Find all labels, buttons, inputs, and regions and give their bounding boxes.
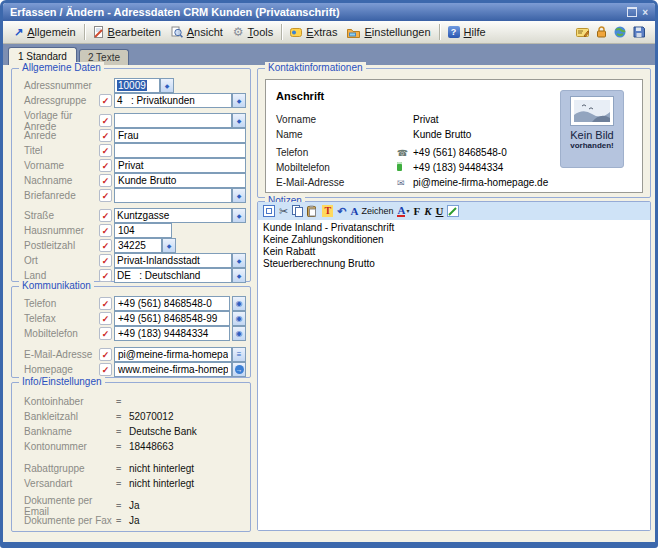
dial-telefax-button[interactable]: ◉ <box>232 311 246 326</box>
mobiltelefon-input[interactable] <box>114 326 230 341</box>
dropdown-caret-icon: ▾ <box>406 208 409 214</box>
telefax-input[interactable] <box>114 311 230 326</box>
cut-button[interactable]: ✂ <box>279 206 288 217</box>
check-icon[interactable]: ✓ <box>99 144 112 157</box>
edit-note-button[interactable] <box>447 205 459 217</box>
briefanrede-select[interactable] <box>114 188 232 203</box>
email-input[interactable] <box>114 347 232 362</box>
address-card-icon[interactable] <box>576 27 589 38</box>
check-icon[interactable]: ✓ <box>99 363 112 376</box>
strasse-dropdown-button[interactable]: ◆ <box>232 208 246 223</box>
adressnummer-spinner[interactable]: ◆ <box>160 78 174 93</box>
adressgruppe-select[interactable]: 4 : Privatkunden <box>114 93 232 108</box>
info-row-versandart: Versandart = nicht hinterlegt <box>12 476 250 491</box>
check-icon[interactable]: ✓ <box>99 254 112 267</box>
notes-textarea[interactable]: Kunde Inland - Privatanschrift Keine Zah… <box>258 220 650 530</box>
anrede-input[interactable] <box>114 128 246 143</box>
edit-note-icon <box>447 205 459 217</box>
italic-button[interactable]: K <box>424 206 431 217</box>
menu-extras[interactable]: Extras <box>285 24 342 40</box>
adressgruppe-dropdown-button[interactable]: ◆ <box>232 93 246 108</box>
check-icon[interactable]: ✓ <box>99 174 112 187</box>
paste-icon <box>307 205 318 217</box>
character-button[interactable]: A <box>350 206 358 217</box>
dial-icon: ◉ <box>236 314 243 323</box>
check-icon[interactable]: ✓ <box>99 297 112 310</box>
globe-icon[interactable] <box>614 26 626 38</box>
paste-button[interactable] <box>307 205 318 217</box>
check-icon[interactable]: ✓ <box>99 189 112 202</box>
menu-tools[interactable]: ⚙ Tools <box>228 24 278 40</box>
check-icon[interactable]: ✓ <box>99 114 112 127</box>
vorlage-anrede-select[interactable] <box>114 113 232 128</box>
postleitzahl-input[interactable] <box>114 238 162 253</box>
check-icon[interactable]: ✓ <box>99 269 112 282</box>
restore-button[interactable] <box>627 7 637 17</box>
titel-input[interactable] <box>114 143 246 158</box>
titlebar[interactable]: Erfassen / Ändern - Adressdaten CRM Kund… <box>3 3 655 21</box>
check-icon[interactable]: ✓ <box>99 159 112 172</box>
underline-button[interactable]: U <box>435 206 443 217</box>
open-homepage-button[interactable]: → <box>232 362 246 377</box>
check-icon[interactable]: ✓ <box>99 239 112 252</box>
group-title: Allgemeine Daten <box>19 62 104 73</box>
check-icon[interactable]: ✓ <box>99 224 112 237</box>
check-icon[interactable]: ✓ <box>99 312 112 325</box>
copy-button[interactable] <box>292 205 303 217</box>
group-info-einstellungen: Info/Einstellungen Kontoinhaber = Bankle… <box>11 382 251 532</box>
window-title: Erfassen / Ändern - Adressdaten CRM Kund… <box>10 6 340 18</box>
equals-icon: = <box>116 427 129 437</box>
gear-icon: ⚙ <box>233 26 244 38</box>
dial-mobil-button[interactable]: ◉ <box>232 326 246 341</box>
check-icon[interactable]: ✓ <box>99 327 112 340</box>
vorlage-anrede-dropdown-button[interactable]: ◆ <box>232 113 246 128</box>
check-icon[interactable]: ✓ <box>99 209 112 222</box>
close-button[interactable]: × <box>642 7 648 18</box>
info-row-kontoinhaber: Kontoinhaber = <box>12 394 250 409</box>
undo-button[interactable]: ↶ <box>337 206 346 217</box>
vorname-input[interactable] <box>114 158 246 173</box>
land-dropdown-button[interactable]: ◆ <box>232 268 246 283</box>
check-icon[interactable]: ✓ <box>99 94 112 107</box>
expand-icon <box>266 208 272 214</box>
ort-select[interactable]: Privat-Inlandsstadt <box>114 253 232 268</box>
equals-icon: = <box>116 464 129 474</box>
briefanrede-dropdown-button[interactable]: ◆ <box>232 188 246 203</box>
compose-email-button[interactable]: ≡ <box>232 347 246 362</box>
notes-toolbar: ✂ T ↶ A Zeichen A▾ F K U <box>258 202 650 221</box>
help-icon: ? <box>448 26 460 38</box>
menu-hilfe[interactable]: ? Hilfe <box>443 24 491 40</box>
strasse-select[interactable]: Kuntzgasse <box>114 208 232 223</box>
adressnummer-input[interactable]: 10009 <box>114 78 160 93</box>
equals-icon: = <box>116 397 129 407</box>
bold-button[interactable]: F <box>413 206 420 217</box>
telefon-input[interactable] <box>114 296 230 311</box>
row-nachname: Nachname ✓ <box>12 173 250 188</box>
menu-separator <box>281 24 282 40</box>
go-arrow-icon: → <box>235 365 244 374</box>
menu-ansicht[interactable]: Ansicht <box>166 24 228 40</box>
lock-icon[interactable] <box>596 26 607 38</box>
menu-allgemein[interactable]: ↗ Allgemein <box>9 24 81 40</box>
menu-bearbeiten[interactable]: Bearbeiten <box>88 24 166 40</box>
kontakt-row-telefon: Telefon ☎ +49 (561) 8468548-0 <box>276 146 507 159</box>
dial-telefon-button[interactable]: ◉ <box>232 296 246 311</box>
check-icon[interactable]: ✓ <box>99 348 112 361</box>
homepage-input[interactable] <box>114 362 232 377</box>
land-select[interactable]: DE : Deutschland <box>114 268 232 283</box>
dial-icon: ◉ <box>236 299 243 308</box>
nachname-input[interactable] <box>114 173 246 188</box>
equals-icon: = <box>116 412 129 422</box>
equals-icon: = <box>116 516 129 526</box>
postleitzahl-spinner[interactable]: ◆ <box>162 238 176 253</box>
save-icon[interactable] <box>633 26 645 38</box>
menu-einstellungen[interactable]: Einstellungen <box>342 24 435 40</box>
check-icon[interactable]: ✓ <box>99 129 112 142</box>
ort-dropdown-button[interactable]: ◆ <box>232 253 246 268</box>
row-telefon: Telefon ✓ ◉ <box>12 296 250 311</box>
expand-editor-button[interactable] <box>263 205 275 217</box>
text-highlight-button[interactable]: T <box>322 205 333 217</box>
group-allgemeine-daten: Allgemeine Daten Adressnummer 10009 ◆ Ad… <box>11 68 251 282</box>
hausnummer-input[interactable] <box>114 223 172 238</box>
font-color-button[interactable]: A▾ <box>397 205 409 217</box>
